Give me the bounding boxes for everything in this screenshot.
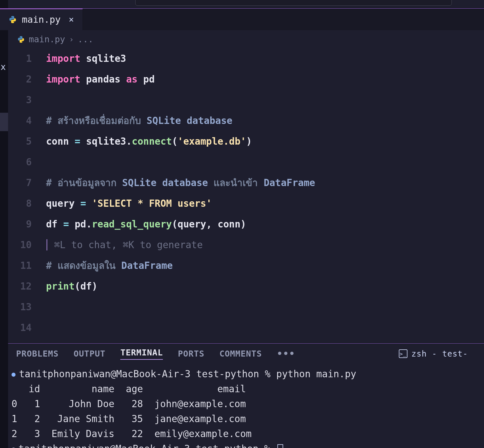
terminal-cursor (277, 444, 283, 448)
code-line[interactable]: 12print(df) (12, 276, 484, 297)
code-content: # สร้างหรือเชื่อมต่อกับ SQLite database (46, 110, 484, 131)
code-content: ⌘L to chat, ⌘K to generate (46, 235, 484, 255)
code-content: import pandas as pd (46, 69, 484, 90)
code-content: df = pd.read_sql_query(query, conn) (46, 214, 484, 235)
code-line[interactable]: 2import pandas as pd (12, 69, 484, 90)
code-line[interactable]: 9df = pd.read_sql_query(query, conn) (12, 214, 484, 235)
line-number: 8 (12, 193, 46, 214)
line-number: 10 (12, 235, 46, 255)
code-line[interactable]: 3 (12, 90, 484, 110)
line-number: 13 (12, 297, 46, 317)
line-number: 2 (12, 69, 46, 90)
terminal-line: id name age email (12, 382, 472, 397)
tab-problems[interactable]: PROBLEMS (16, 349, 59, 359)
line-number: 3 (12, 90, 46, 110)
line-number: 5 (12, 131, 46, 152)
python-icon (17, 36, 25, 43)
tab-output[interactable]: OUTPUT (74, 349, 106, 359)
code-content: import sqlite3 (46, 48, 484, 69)
chevron-right-icon: › (69, 35, 74, 44)
line-number: 14 (12, 317, 46, 338)
line-number: 9 (12, 214, 46, 235)
line-number: 12 (12, 276, 46, 297)
code-editor[interactable]: 1import sqlite32import pandas as pd34# ส… (0, 48, 484, 338)
code-line[interactable]: 10⌘L to chat, ⌘K to generate (12, 235, 484, 255)
line-number: 1 (12, 48, 46, 69)
code-content: conn = sqlite3.connect('example.db') (46, 131, 484, 152)
code-line[interactable]: 13 (12, 297, 484, 317)
line-number: 6 (12, 152, 46, 173)
code-line[interactable]: 11# แสดงข้อมูลใน DataFrame (12, 255, 484, 276)
code-line[interactable]: 4# สร้างหรือเชื่อมต่อกับ SQLite database (12, 110, 484, 131)
line-number: 7 (12, 173, 46, 193)
inline-suggestion: ⌘L to chat, ⌘K to generate (47, 239, 203, 250)
line-number: 4 (12, 110, 46, 131)
code-content: print(df) (46, 276, 484, 297)
command-center[interactable] (135, 0, 452, 6)
tab-terminal[interactable]: TERMINAL (120, 348, 163, 360)
breadcrumb-file: main.py (29, 34, 65, 44)
code-content: # อ่านข้อมูลจาก SQLite database และนำเข้… (46, 173, 484, 193)
line-number: 11 (12, 255, 46, 276)
code-line[interactable]: 14 (12, 317, 484, 338)
terminal-icon: >_ (399, 349, 407, 358)
terminal-shell-label: zsh - test- (411, 349, 468, 359)
tab-label: main.py (22, 14, 61, 25)
editor-tabs: main.py × (0, 9, 484, 30)
close-icon[interactable]: × (69, 14, 74, 24)
code-content: # แสดงข้อมูลใน DataFrame (46, 255, 484, 276)
tab-main-py[interactable]: main.py × (0, 9, 83, 30)
terminal-output[interactable]: tanitphonpaniwan@MacBook-Air-3 test-pyth… (0, 364, 484, 448)
terminal-line: 1 2 Jane Smith 35 jane@example.com (12, 411, 472, 426)
tab-comments[interactable]: COMMENTS (219, 349, 262, 359)
terminal-line: 0 1 John Doe 28 john@example.com (12, 397, 472, 411)
panel-tabs: PROBLEMS OUTPUT TERMINAL PORTS COMMENTS … (0, 344, 484, 364)
terminal-selector[interactable]: >_ zsh - test- (399, 349, 468, 359)
tab-ports[interactable]: PORTS (178, 349, 204, 359)
code-line[interactable]: 1import sqlite3 (12, 48, 484, 69)
code-line[interactable]: 8query = 'SELECT * FROM users' (12, 193, 484, 214)
title-bar (0, 0, 484, 9)
code-line[interactable]: 7# อ่านข้อมูลจาก SQLite database และนำเข… (12, 173, 484, 193)
breadcrumb-more: ... (78, 34, 93, 44)
breadcrumb[interactable]: main.py › ... (0, 30, 484, 48)
prompt-active-dot (12, 373, 16, 377)
code-content: query = 'SELECT * FROM users' (46, 193, 484, 214)
code-line[interactable]: 5conn = sqlite3.connect('example.db') (12, 131, 484, 152)
terminal-line: tanitphonpaniwan@MacBook-Air-3 test-pyth… (12, 441, 472, 448)
more-icon[interactable]: ••• (277, 348, 295, 359)
terminal-line: 2 3 Emily Davis 22 emily@example.com (12, 426, 472, 441)
terminal-line: tanitphonpaniwan@MacBook-Air-3 test-pyth… (12, 367, 472, 382)
code-line[interactable]: 6 (12, 152, 484, 173)
python-icon (9, 16, 17, 24)
